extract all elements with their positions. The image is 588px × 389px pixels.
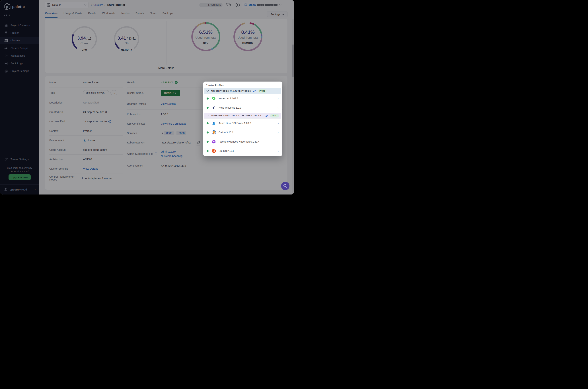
sidebar-item-clusters[interactable]: Clusters [0,37,39,44]
compass-icon[interactable] [235,2,240,8]
profile-layer-azure-disk-csi[interactable]: Azure Disk CSI Driver 1.28.3 › [204,118,281,128]
addon-profile-section-header[interactable]: ADDON PROFILE TF-AZURE-PROFILE PROJ [204,88,281,94]
tab-usage-costs[interactable]: Usage & Costs [63,12,82,18]
profile-layer-ubuntu[interactable]: Ubuntu 22.04 › [204,146,281,156]
copy-api-url-button[interactable] [196,140,201,145]
details-left-column: Name azure-cluster Tags app: hello-unive… [49,77,123,183]
spectro-cloud-logo-icon [3,187,8,192]
ubuntu-logo-icon [212,149,216,153]
sidebar-item-label: Project Overview [10,24,30,27]
tab-nodes[interactable]: Nodes [121,12,130,18]
sidebar-item-workspaces[interactable]: Workspaces [0,52,39,60]
sidebar-item-label: Project Settings [10,69,29,72]
sidebar-item-label: Workspaces [10,54,25,57]
palette-app-window: p palette 4.4.19 Project Overview Profil… [0,0,294,194]
addon-profile-title: ADDON PROFILE TF-AZURE-PROFILE [211,90,251,92]
sidebar-item-profiles[interactable]: Profiles [0,29,39,37]
sidebar-item-label: Cluster Groups [10,47,28,50]
upgrade-now-button[interactable]: Upgrade now [8,174,31,180]
cpu-gauge-label: CPU [68,49,101,51]
gear-icon [4,69,8,73]
upgrade-view-details-link[interactable]: View Details [161,102,176,105]
layer-status-dot [207,150,209,152]
search-fab-button[interactable] [281,182,289,190]
docs-button-label: Docs [249,3,256,6]
more-details-button[interactable]: More Details [155,66,178,71]
project-chart-icon [47,3,50,7]
sidebar-item-cluster-groups[interactable]: Cluster Groups [0,44,39,52]
cluster-profiles-panel: Cluster Profiles ADDON PROFILE TF-AZURE-… [203,82,282,156]
breadcrumb-clusters-link[interactable]: Clusters [93,3,103,6]
palette-pxk-logo-icon [212,139,216,144]
running-status-badge[interactable]: RUNNING [161,90,180,96]
layers-icon [4,31,8,35]
tab-scan[interactable]: Scan [150,12,156,18]
sidebar-item-tenant-settings[interactable]: Tenant Settings [0,156,39,163]
tab-workloads[interactable]: Workloads [102,12,115,18]
settings-button[interactable]: Settings [267,11,287,17]
palette-logo-icon: p [4,3,10,10]
hello-universe-logo-icon [212,105,216,110]
detail-row-cloud-account: Cloud Account spectro-cloud-azure [49,145,123,155]
sidebar-nav: Project Overview Profiles Clusters Clust… [0,21,39,75]
tab-events[interactable]: Events [136,12,144,18]
tags-more-button[interactable]: … [111,90,117,95]
memory-gauge-value: 3.41 / 33.51 [110,35,143,41]
sidebar-item-project-overview[interactable]: Project Overview [0,21,39,29]
proj-scope-badge: PROJ [270,114,279,118]
chevron-right-icon: › [278,130,279,134]
info-icon[interactable] [108,120,111,123]
service-port-3000-link[interactable]: :3000 [176,131,186,135]
view-k8s-certificates-link[interactable]: View K8s Certificates [161,122,186,125]
chevron-right-icon: › [278,149,279,153]
chevron-right-icon: › [278,106,279,109]
chat-icon[interactable] [226,2,231,8]
sidebar-item-label: Clusters [10,39,20,42]
chevron-right-icon: › [278,140,279,143]
sidebar-item-project-settings[interactable]: Project Settings [0,67,39,75]
service-port-8080-link[interactable]: :8080 [164,131,174,135]
layer-status-dot [207,97,209,99]
info-icon[interactable] [155,152,157,155]
project-selector[interactable]: Default [45,2,88,8]
detail-row-environment: Environment Azure [49,136,123,145]
profile-layer-kubecost[interactable]: Kubecost 1.103.3 › [204,94,281,103]
layer-status-dot [207,122,209,124]
search-smile-icon [283,184,288,188]
cpu-donut-label: CPU [191,42,220,44]
usage-overview-card: 3.94 / 16 Cores CPU 3.41 / 33.51 Gb MEMO… [45,19,287,73]
kubeconfig-download-link[interactable]: admin.azure-cluster.kubeconfig [161,149,189,158]
tab-profile[interactable]: Profile [88,12,96,18]
card-divider [166,21,167,65]
node-graph-icon [4,46,8,50]
link-icon[interactable] [253,90,256,93]
layer-name: Palette eXtended Kubernetes 1.30.4 [219,140,259,143]
link-icon[interactable] [265,114,268,117]
user-menu[interactable] [257,2,281,7]
profile-layer-hello-universe[interactable]: Hello Universe 1.2.0 › [204,103,281,112]
tab-backups[interactable]: Backups [163,12,173,18]
orbit-icon [4,54,8,58]
layer-status-dot [207,131,209,133]
user-name-redacted [257,4,260,6]
cluster-settings-view-details-link[interactable]: View Details [83,167,98,170]
docs-button[interactable]: Docs [242,2,258,8]
app-version: 4.4.19 [4,14,10,16]
azure-icon [83,139,86,142]
sidebar-collapse-chevron[interactable]: ‹ [35,188,36,192]
infrastructure-profile-section-header[interactable]: INFRASTRUCTURE PROFILE TF-AZURE-PROFILE … [204,113,281,118]
main-scrollbar[interactable] [292,19,294,194]
layer-status-dot [207,107,209,109]
profile-layer-calico[interactable]: Calico 3.26.1 › [204,128,281,137]
sidebar-item-audit-logs[interactable]: Audit Logs [0,60,39,67]
chevron-down-icon [282,14,284,15]
layer-name: Calico 3.26.1 [219,131,233,134]
breadcrumb-current: azure-cluster [107,3,125,6]
sidebar-item-label: Profiles [10,32,19,34]
breadcrumb-separator: / [105,3,105,6]
detail-row-last-modified: Last Modified 24 Sep 2024, 09:26 [49,117,123,126]
memory-donut-label: MEMORY [233,42,262,44]
scrollbar-thumb[interactable] [292,44,294,77]
tab-overview[interactable]: Overview [45,12,57,18]
profile-layer-palette-extended-kubernetes[interactable]: Palette eXtended Kubernetes 1.30.4 › [204,137,281,146]
